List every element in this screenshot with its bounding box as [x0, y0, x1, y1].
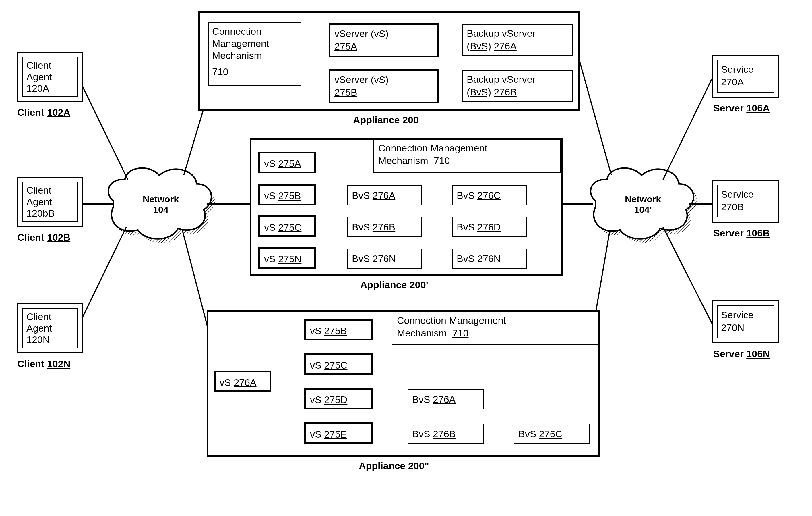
client-agent-id: 120bB: [26, 208, 55, 219]
client-agent-line1: Client: [26, 311, 51, 322]
cmm-box: Connection Management Mechanism 710: [392, 312, 598, 345]
service-id: 270N: [721, 322, 744, 333]
svg-line-12: [596, 230, 610, 313]
client-agent-line2: Agent: [26, 196, 52, 208]
svg-line-7: [663, 79, 712, 180]
vserver-box: vServer (vS) 275B: [329, 69, 439, 103]
vs-box: vS 275A: [258, 152, 316, 173]
client-label: Client 102N: [17, 358, 70, 370]
vs-box: vS 275B: [304, 319, 373, 341]
client-agent-line1: Client: [26, 185, 51, 196]
cmm-box: Connection Management Mechanism 710: [208, 22, 301, 86]
bvs-box: BvS 276D: [452, 217, 527, 237]
service-id: 270A: [721, 76, 744, 88]
client-agent-line2: Agent: [26, 71, 52, 82]
vs-box: vS 275B: [258, 184, 316, 206]
vs-box: vS 276A: [214, 371, 271, 392]
client-agent-line1: Client: [26, 60, 51, 71]
service-inner: Service 270B: [717, 185, 774, 217]
diagram-stage: Client Agent 120A Client 102A Client Age…: [0, 0, 812, 516]
svg-line-10: [580, 62, 611, 175]
client-agent-inner: Client Agent 120N: [22, 308, 78, 348]
vserver-box: vServer (vS) 275A: [329, 23, 439, 57]
network-right-label: Network104': [620, 194, 666, 215]
bvs-box: BvS 276C: [514, 424, 590, 444]
svg-line-9: [663, 227, 712, 323]
bvs-box: BvS 276A: [408, 389, 484, 409]
vs-box: vS 275E: [304, 422, 373, 444]
bvs-box: BvS 276N: [452, 248, 527, 269]
client-label: Client 102B: [17, 232, 70, 243]
service-id: 270B: [721, 201, 744, 213]
appliance-200pp-caption: Appliance 200": [359, 460, 429, 471]
service-inner: Service 270A: [717, 60, 774, 92]
client-agent-line2: Agent: [26, 323, 52, 334]
svg-line-1: [79, 79, 128, 180]
service-line1: Service: [721, 309, 753, 321]
client-agent-id: 120A: [26, 83, 49, 94]
client-agent-inner: Client Agent 120bB: [22, 182, 78, 222]
backup-vserver-box: Backup vServer (BvS) 276B: [462, 71, 573, 102]
cmm-box: Connection Management Mechanism 710: [373, 140, 561, 173]
server-label: Server 106A: [713, 103, 770, 114]
network-left-label: Network104: [138, 194, 184, 215]
appliance-200prime-caption: Appliance 200': [360, 279, 428, 291]
client-agent-inner: Client Agent 120A: [22, 57, 78, 97]
server-label: Server 106B: [713, 227, 770, 239]
bvs-box: BvS 276B: [408, 424, 484, 444]
service-inner: Service 270N: [717, 305, 774, 338]
svg-line-3: [79, 227, 126, 325]
vs-box: vS 275N: [258, 247, 316, 269]
vs-box: vS 275C: [304, 353, 373, 375]
appliance-200-caption: Appliance 200: [353, 114, 419, 126]
client-label: Client 102A: [17, 107, 70, 118]
backup-vserver-box: Backup vServer (BvS) 276A: [462, 24, 573, 56]
client-agent-id: 120N: [26, 334, 50, 345]
vs-box: vS 275C: [258, 216, 316, 237]
service-line1: Service: [721, 189, 753, 200]
server-label: Server 106N: [713, 348, 770, 359]
bvs-box: BvS 276B: [347, 217, 422, 237]
cmm-id: 710: [212, 66, 229, 77]
bvs-box: BvS 276A: [347, 185, 422, 206]
vs-box: vS 275D: [304, 388, 373, 409]
bvs-box: BvS 276C: [452, 185, 527, 206]
service-line1: Service: [721, 64, 753, 75]
bvs-box: BvS 276N: [347, 248, 422, 269]
